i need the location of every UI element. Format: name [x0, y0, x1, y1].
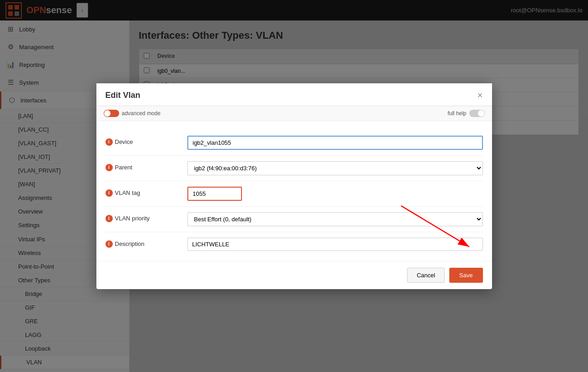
- full-help-toggle[interactable]: [469, 110, 485, 117]
- modal-toolbar: advanced mode full help: [96, 106, 492, 121]
- info-icon-description: i: [106, 240, 113, 248]
- modal-header: Edit Vlan ×: [96, 83, 492, 106]
- modal-body: i Device i Parent igb2 (f4:90:ea:00:d3:7…: [96, 121, 492, 261]
- full-help-thumb: [478, 110, 484, 117]
- vlan-priority-select[interactable]: Best Effort (0, default): [187, 212, 483, 226]
- form-label-vlan-priority: i VLAN priority: [106, 212, 187, 222]
- advanced-mode-toggle[interactable]: advanced mode: [104, 110, 161, 117]
- modal-title: Edit Vlan: [106, 91, 141, 100]
- info-icon-vlan-tag: i: [106, 189, 113, 197]
- modal-close-button[interactable]: ×: [477, 91, 483, 100]
- vlan-priority-label-text: VLAN priority: [115, 215, 150, 222]
- save-button[interactable]: Save: [449, 268, 483, 283]
- modal-overlay: Edit Vlan × advanced mode full help i: [0, 0, 588, 372]
- description-label-text: Description: [115, 240, 145, 247]
- vlan-tag-input[interactable]: [187, 187, 242, 201]
- form-row-device: i Device: [106, 130, 483, 156]
- form-row-description: i Description: [106, 232, 483, 256]
- parent-select[interactable]: igb2 (f4:90:ea:00:d3:76): [187, 161, 483, 175]
- edit-vlan-modal: Edit Vlan × advanced mode full help i: [96, 83, 492, 289]
- full-help-label: full help: [447, 110, 466, 117]
- parent-control-area: igb2 (f4:90:ea:00:d3:76): [187, 161, 483, 175]
- device-control-area: [187, 136, 483, 150]
- advanced-mode-label: advanced mode: [122, 110, 161, 117]
- description-input[interactable]: [187, 238, 483, 251]
- form-row-vlan-priority: i VLAN priority Best Effort (0, default): [106, 207, 483, 232]
- form-row-parent: i Parent igb2 (f4:90:ea:00:d3:76): [106, 156, 483, 181]
- form-label-parent: i Parent: [106, 161, 187, 171]
- device-label-text: Device: [115, 138, 133, 145]
- info-icon-parent: i: [106, 164, 113, 171]
- form-row-vlan-tag: i VLAN tag: [106, 181, 483, 207]
- info-icon-vlan-priority: i: [106, 215, 113, 222]
- info-icon-device: i: [106, 138, 113, 146]
- vlan-tag-control-area: [187, 187, 483, 201]
- form-label-vlan-tag: i VLAN tag: [106, 187, 187, 197]
- vlan-tag-label-text: VLAN tag: [115, 189, 141, 196]
- description-control-area: [187, 238, 483, 251]
- device-input[interactable]: [187, 136, 483, 150]
- full-help-area: full help: [447, 110, 484, 117]
- advanced-mode-track[interactable]: [104, 110, 119, 117]
- form-label-description: i Description: [106, 238, 187, 248]
- parent-label-text: Parent: [115, 164, 132, 171]
- advanced-mode-thumb: [104, 110, 111, 117]
- modal-footer: Cancel Save: [96, 261, 492, 289]
- form-label-device: i Device: [106, 136, 187, 146]
- cancel-button[interactable]: Cancel: [407, 268, 444, 283]
- vlan-priority-control-area: Best Effort (0, default): [187, 212, 483, 226]
